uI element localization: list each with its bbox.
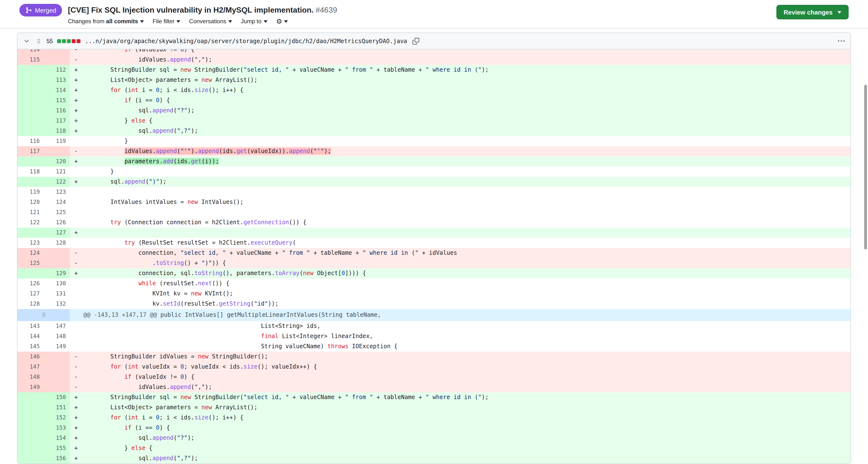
line-number-new[interactable]: 118: [43, 126, 70, 136]
line-number-new[interactable]: 126: [43, 218, 70, 228]
changes-from-dropdown[interactable]: Changes from all commits: [68, 18, 144, 25]
line-number-old[interactable]: [18, 402, 43, 413]
line-number-old[interactable]: 143: [18, 321, 43, 331]
vertical-scrollbar-thumb[interactable]: [864, 85, 867, 250]
line-number-old[interactable]: [18, 423, 43, 433]
line-number-old[interactable]: 121: [18, 207, 43, 218]
line-number-new[interactable]: 112: [43, 65, 70, 75]
line-number-new[interactable]: 154: [43, 433, 70, 443]
line-number-old[interactable]: 119: [18, 187, 43, 197]
line-number-new[interactable]: 152: [43, 413, 70, 423]
line-number-new[interactable]: 147: [43, 321, 70, 331]
line-number-new[interactable]: 153: [43, 423, 70, 433]
line-number-new[interactable]: 155: [43, 443, 70, 453]
line-number-old[interactable]: 125: [18, 258, 43, 268]
line-number-old[interactable]: [18, 95, 43, 106]
file-filter-dropdown[interactable]: File filter: [153, 18, 181, 25]
line-number-new[interactable]: 116: [43, 106, 70, 116]
copy-path-button[interactable]: [411, 37, 420, 45]
line-number-old[interactable]: [18, 453, 43, 464]
line-number-old[interactable]: [18, 75, 43, 85]
line-number-new[interactable]: 130: [43, 278, 70, 289]
line-number-old[interactable]: 149: [18, 382, 43, 392]
line-number-new[interactable]: 122: [43, 177, 70, 187]
line-number-old[interactable]: [18, 228, 43, 238]
line-number-new[interactable]: 114: [43, 85, 70, 95]
line-number-old[interactable]: 146: [18, 352, 43, 362]
conversations-dropdown[interactable]: Conversations: [189, 18, 232, 25]
line-number-old[interactable]: 123: [18, 238, 43, 248]
line-number-new[interactable]: 119: [43, 136, 70, 146]
line-number-new[interactable]: 125: [43, 207, 70, 218]
collapse-file-button[interactable]: [22, 37, 31, 45]
line-number-old[interactable]: [18, 85, 43, 95]
line-number-new[interactable]: 127: [43, 228, 70, 238]
line-number-new[interactable]: 123: [43, 187, 70, 197]
file-options-button[interactable]: [837, 37, 846, 45]
line-number-new[interactable]: [43, 362, 70, 372]
code-line: KVInt kv = new KVInt();: [83, 289, 850, 299]
line-number-new[interactable]: 124: [43, 197, 70, 207]
line-number-old[interactable]: 128: [18, 299, 43, 309]
line-number-old[interactable]: [18, 413, 43, 423]
line-number-old[interactable]: 115: [18, 55, 43, 65]
line-number-old[interactable]: [18, 433, 43, 443]
pr-toolbar: Changes from all commits File filter Con…: [68, 18, 337, 25]
line-number-new[interactable]: [43, 55, 70, 65]
line-number-old[interactable]: 126: [18, 278, 43, 289]
line-number-old[interactable]: [18, 106, 43, 116]
line-number-old[interactable]: 117: [18, 146, 43, 157]
jump-to-dropdown[interactable]: Jump to: [241, 18, 267, 25]
line-number-new[interactable]: 132: [43, 299, 70, 309]
line-number-old[interactable]: 124: [18, 248, 43, 258]
drag-grip-icon[interactable]: [35, 37, 42, 44]
line-number-new[interactable]: 129: [43, 268, 70, 278]
line-number-new[interactable]: 151: [43, 402, 70, 413]
line-number-new[interactable]: 115: [43, 95, 70, 106]
line-number-old[interactable]: 120: [18, 197, 43, 207]
line-number-old[interactable]: [18, 268, 43, 278]
line-number-old[interactable]: [18, 443, 43, 453]
line-number-new[interactable]: 113: [43, 75, 70, 85]
line-number-old[interactable]: [18, 116, 43, 126]
line-number-old[interactable]: 144: [18, 331, 43, 341]
line-number-new[interactable]: [43, 352, 70, 362]
diff-sign: +: [70, 85, 83, 95]
line-number-new[interactable]: 117: [43, 116, 70, 126]
line-number-old[interactable]: 122: [18, 218, 43, 228]
code-line: connection, "select id, " + valueCName +…: [83, 248, 850, 258]
line-number-new[interactable]: 156: [43, 453, 70, 464]
line-number-old[interactable]: [18, 177, 43, 187]
line-number-new[interactable]: [43, 49, 70, 55]
line-number-old[interactable]: [18, 126, 43, 136]
line-number-new[interactable]: 149: [43, 341, 70, 352]
code-line: StringBuilder sql = new StringBuilder("s…: [83, 392, 850, 402]
line-number-new[interactable]: 148: [43, 331, 70, 341]
line-number-new[interactable]: 131: [43, 289, 70, 299]
line-number-old[interactable]: 148: [18, 372, 43, 382]
line-number-old[interactable]: 114: [18, 49, 43, 55]
hunk-expand-handle[interactable]: [18, 309, 70, 321]
line-number-new[interactable]: 150: [43, 392, 70, 402]
line-number-new[interactable]: 128: [43, 238, 70, 248]
line-number-new[interactable]: [43, 372, 70, 382]
code-line: sql.append(")");: [83, 177, 850, 187]
line-number-new[interactable]: [43, 146, 70, 157]
line-number-old[interactable]: 118: [18, 167, 43, 177]
line-number-old[interactable]: 147: [18, 362, 43, 372]
line-number-new[interactable]: 120: [43, 157, 70, 167]
diff-sign: -: [70, 352, 83, 362]
line-number-old[interactable]: 145: [18, 341, 43, 352]
line-number-new[interactable]: 121: [43, 167, 70, 177]
review-changes-button[interactable]: Review changes: [776, 5, 848, 20]
diff-settings-dropdown[interactable]: ⚙: [276, 18, 288, 25]
line-number-old[interactable]: 127: [18, 289, 43, 299]
line-number-new[interactable]: [43, 248, 70, 258]
line-number-new[interactable]: [43, 258, 70, 268]
line-number-old[interactable]: [18, 392, 43, 402]
line-number-new[interactable]: [43, 382, 70, 392]
line-number-old[interactable]: 116: [18, 136, 43, 146]
line-number-old[interactable]: [18, 157, 43, 167]
code-line: List<String> ids,: [83, 321, 850, 331]
line-number-old[interactable]: [18, 65, 43, 75]
